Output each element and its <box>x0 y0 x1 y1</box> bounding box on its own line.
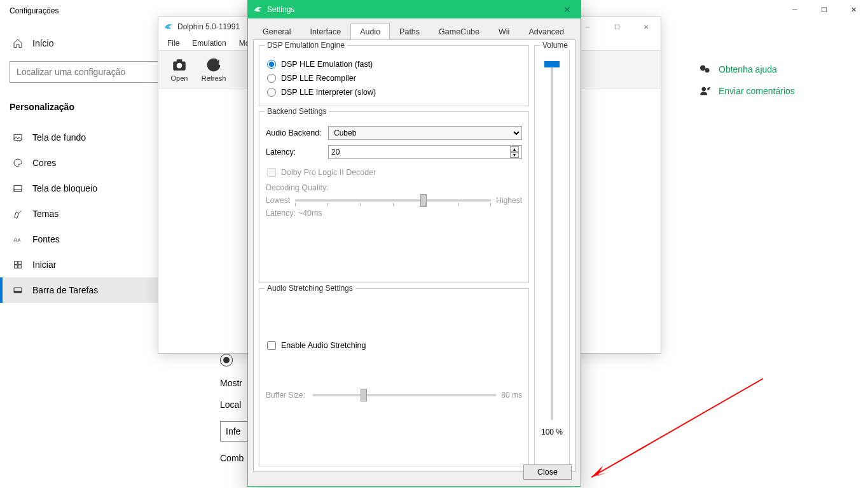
svg-rect-3 <box>14 185 22 191</box>
image-icon <box>13 132 23 143</box>
svg-rect-2 <box>14 134 22 140</box>
sidebar-label: Fontes <box>32 234 60 244</box>
minimize-button[interactable]: ─ <box>780 0 809 19</box>
svg-text:A: A <box>13 237 18 243</box>
dropdown-value: Infe <box>226 426 240 436</box>
themes-icon <box>13 209 23 219</box>
tab-wii[interactable]: Wii <box>489 24 519 39</box>
get-help-link[interactable]: Obtenha ajuda <box>699 64 795 75</box>
volume-group: Volume 100 % <box>534 45 570 466</box>
maximize-button[interactable]: ☐ <box>602 17 631 36</box>
feedback-icon <box>699 85 711 97</box>
ws-window-controls: ─ ☐ ✕ <box>780 0 868 19</box>
feedback-link[interactable]: Enviar comentários <box>699 85 795 97</box>
camera-icon <box>171 57 188 73</box>
svg-rect-4 <box>14 190 22 192</box>
spin-buttons[interactable]: ▲▼ <box>510 146 519 158</box>
start-icon <box>13 260 23 270</box>
settings-close-button[interactable]: Close <box>523 464 572 480</box>
tb-open-button[interactable]: Open <box>163 57 195 82</box>
svg-text:A: A <box>18 238 21 242</box>
close-button[interactable]: ✕ <box>839 0 868 19</box>
tab-general[interactable]: General <box>253 24 300 39</box>
settings-close-x[interactable]: ✕ <box>554 1 581 18</box>
sidebar-label: Tela de fundo <box>32 132 86 143</box>
enable-stretch-checkbox[interactable]: Enable Audio Stretching <box>266 338 522 352</box>
tb-refresh-button[interactable]: Refresh <box>198 57 230 82</box>
dolphin-title-text: Dolphin 5.0-11991 <box>177 22 240 31</box>
buffer-size-row: Buffer Size: 80 ms <box>266 391 522 400</box>
radio-label: DSP LLE Interpreter (slow) <box>281 88 376 97</box>
decoding-quality-label: Decoding Quality: <box>266 183 522 192</box>
radio-label: DSP HLE Emulation (fast) <box>281 60 373 69</box>
volume-fill <box>551 61 553 420</box>
tab-gamecube[interactable]: GameCube <box>429 24 489 39</box>
help-label: Obtenha ajuda <box>719 64 777 74</box>
svg-rect-8 <box>18 261 22 265</box>
menu-item[interactable]: File <box>162 38 184 49</box>
dolphin-icon <box>163 22 174 32</box>
stretch-legend: Audio Stretching Settings <box>265 284 355 293</box>
help-icon <box>699 64 711 75</box>
latency-label: Latency: <box>266 148 323 157</box>
svg-point-15 <box>702 87 706 91</box>
radio-input[interactable] <box>267 74 276 83</box>
lockscreen-icon <box>13 183 23 193</box>
close-button[interactable]: ✕ <box>631 17 661 36</box>
dsp-lle-interpreter-radio[interactable]: DSP LLE Interpreter (slow) <box>266 85 522 99</box>
volume-value: 100 % <box>541 428 563 436</box>
dolphin-icon <box>253 4 263 15</box>
sidebar-label: Tela de bloqueio <box>32 183 97 193</box>
ws-search-input[interactable] <box>17 67 177 77</box>
settings-tabs: General Interface Audio Paths GameCube W… <box>248 18 581 39</box>
dsp-hle-radio[interactable]: DSP HLE Emulation (fast) <box>266 57 522 71</box>
latency-value: 20 <box>331 148 340 157</box>
settings-titlebar: Settings <box>248 1 581 18</box>
feedback-label: Enviar comentários <box>719 86 795 96</box>
checkbox-input <box>267 168 276 177</box>
tab-advanced[interactable]: Advanced <box>519 24 574 39</box>
ws-title: Configurações <box>10 6 59 15</box>
radio-input[interactable] <box>267 88 276 97</box>
highest-label: Highest <box>496 196 522 205</box>
maximize-button[interactable]: ☐ <box>809 0 839 19</box>
settings-title-text: Settings <box>267 5 294 14</box>
audio-pane: DSP Emulation Engine DSP HLE Emulation (… <box>253 39 575 472</box>
latency-spinbox[interactable]: 20 ▲▼ <box>328 145 522 159</box>
dsp-lle-recompiler-radio[interactable]: DSP LLE Recompiler <box>266 71 522 85</box>
sidebar-label: Barra de Tarefas <box>32 285 98 295</box>
home-icon <box>13 38 23 48</box>
audio-left-column: DSP Emulation Engine DSP HLE Emulation (… <box>259 45 529 466</box>
decoding-quality-slider: Lowest Highest <box>266 196 522 205</box>
buffer-label: Buffer Size: <box>266 391 308 400</box>
svg-point-13 <box>701 66 706 71</box>
quality-track <box>295 199 491 202</box>
ws-help-links: Obtenha ajuda Enviar comentários <box>699 64 795 97</box>
tab-audio[interactable]: Audio <box>350 24 390 39</box>
ws-home-label: Início <box>32 38 53 48</box>
svg-rect-7 <box>15 261 18 265</box>
lowest-label: Lowest <box>266 196 290 205</box>
volume-thumb[interactable] <box>544 61 560 67</box>
dolphin-window-controls: ─ ☐ ✕ <box>573 17 661 36</box>
sidebar-label: Temas <box>32 209 59 219</box>
tb-label: Refresh <box>202 74 226 82</box>
sidebar-label: Cores <box>32 158 56 168</box>
volume-track[interactable] <box>551 61 553 420</box>
radio-label: DSP LLE Recompiler <box>281 74 356 83</box>
refresh-icon <box>205 57 222 73</box>
svg-point-14 <box>705 69 709 73</box>
dolby-checkbox: Dolby Pro Logic II Decoder <box>266 165 522 179</box>
tab-paths[interactable]: Paths <box>390 24 429 39</box>
radio-input[interactable] <box>267 60 276 69</box>
dolby-label: Dolby Pro Logic II Decoder <box>281 168 376 177</box>
radio-icon[interactable] <box>220 354 233 366</box>
menu-item[interactable]: Emulation <box>187 38 231 49</box>
tab-interface[interactable]: Interface <box>300 24 350 39</box>
palette-icon <box>13 158 23 168</box>
buffer-value: 80 ms <box>501 391 522 400</box>
backend-group: Backend Settings Audio Backend: Cubeb La… <box>259 111 529 283</box>
audio-backend-select[interactable]: Cubeb <box>328 126 522 140</box>
volume-slider[interactable] <box>551 56 553 425</box>
checkbox-input[interactable] <box>267 341 276 350</box>
